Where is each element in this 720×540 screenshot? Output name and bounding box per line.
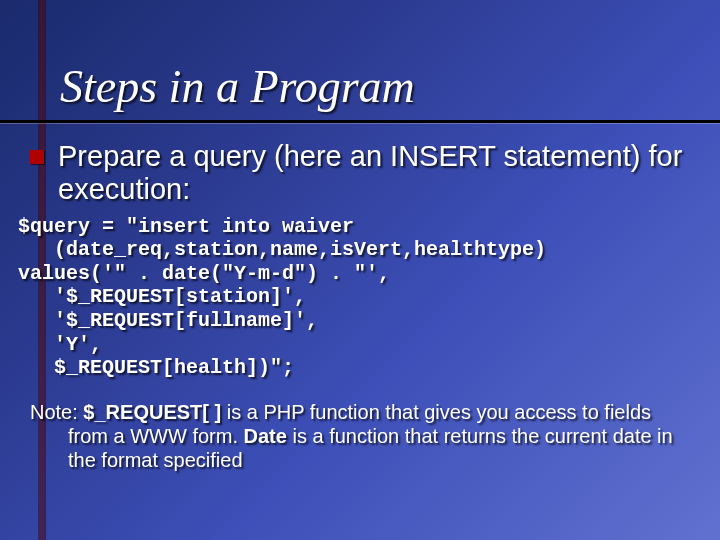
code-block: $query = "insert into waiver (date_req,s… <box>18 215 690 380</box>
bullet-text: Prepare a query (here an INSERT statemen… <box>58 140 690 207</box>
code-line: (date_req,station,name,isVert,healthtype… <box>18 238 546 261</box>
code-line: $query = "insert into waiver <box>18 215 354 238</box>
slide-content: Prepare a query (here an INSERT statemen… <box>30 140 690 472</box>
code-line: values('" . date("Y-m-d") . "', <box>18 262 390 285</box>
title-underline <box>0 120 720 123</box>
note-paragraph: Note: $_REQUEST[ ] is a PHP function tha… <box>30 400 690 472</box>
code-line: $_REQUEST[health])"; <box>18 356 294 379</box>
bullet-item: Prepare a query (here an INSERT statemen… <box>30 140 690 207</box>
code-line: '$_REQUEST[fullname]', <box>18 309 318 332</box>
bullet-square-icon <box>30 150 44 164</box>
code-line: 'Y', <box>18 333 102 356</box>
note-prefix: Note: <box>30 401 83 423</box>
code-line: '$_REQUEST[station]', <box>18 285 306 308</box>
note-request-func: $_REQUEST[ ] <box>83 401 221 423</box>
slide-title: Steps in a Program <box>60 60 415 113</box>
note-date-func: Date <box>244 425 287 447</box>
